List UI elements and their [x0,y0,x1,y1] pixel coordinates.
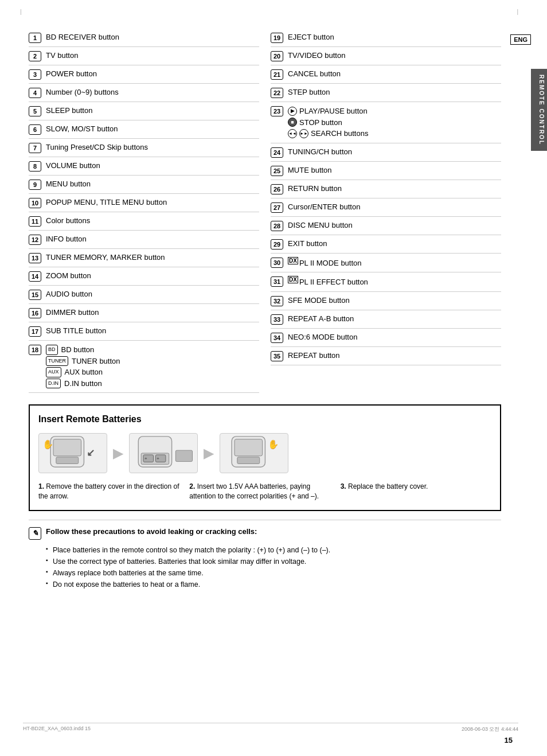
search-forward-icon: ►► [299,129,308,138]
badge: TUNER [46,356,68,367]
item-number: 2 [29,51,41,61]
list-item: 6SLOW, MO/ST button [29,120,259,139]
step2-text: 2. Insert two 1.5V AAA batteries, paying… [189,482,340,501]
item-description: DXPL II EFFECT button [288,276,368,288]
item-number: 16 [29,308,41,318]
item-number: 15 [29,290,41,300]
item-number: 14 [29,271,41,282]
item-number: 12 [29,235,41,245]
item-number: 34 [271,333,283,343]
item-description: ▶PLAY/PAUSE button■STOP button◄◄►►SEARCH… [288,106,368,139]
item-number: 24 [271,147,283,158]
item-description: INFO button [46,234,87,244]
note-bullet: Do not expose the batteries to heat or a… [46,579,501,590]
item-description: BD RECEIVER button [46,32,119,42]
list-item: 3POWER button [29,65,259,84]
item-description: EJECT button [288,32,334,42]
list-item: 28DISC MENU button [271,217,501,235]
batteries-title: Insert Remote Batteries [38,414,491,424]
list-item: 19EJECT button [271,29,501,47]
list-item: 26RETURN button [271,180,501,198]
play-icon: ▶ [288,107,297,116]
item-number: 33 [271,314,283,325]
note-bullet: Use the correct type of batteries. Batte… [46,556,501,567]
item-description: POWER button [46,69,97,79]
sub-line-text: BD button [61,344,95,356]
page-number: 15 [505,736,513,745]
item-number: 32 [271,296,283,306]
sub-line-text: TUNER button [72,356,120,367]
step3-text: 3. Replace the battery cover. [341,482,491,501]
step3-num: 3. [341,482,346,490]
item-number: 35 [271,351,283,361]
list-item: 32SFE MODE button [271,292,501,310]
list-item: 11Color buttons [29,212,259,231]
list-item: 14ZOOM button [29,267,259,286]
list-item: 35REPEAT button [271,347,501,365]
sub-line-text: AUX button [65,367,103,378]
item-number: 21 [271,69,283,80]
list-item: 25MUTE button [271,162,501,180]
step1-desc: Remove the battery cover in the directio… [38,482,179,500]
item-description: SFE MODE button [288,295,350,306]
item-description: SUB TITLE button [46,326,106,336]
item-number: 25 [271,166,283,176]
list-item: 2TV button [29,47,259,65]
batteries-box: Insert Remote Batteries ↙ ✋ ▶ [29,404,501,511]
step1-num: 1. [38,482,44,490]
item-description: Cursor/ENTER button [288,202,360,212]
svg-rect-14 [237,457,260,464]
item-description: REPEAT A-B button [288,314,354,324]
note-bullets: Place batteries in the remote control so… [46,544,501,590]
footer-right: 2008-06-03 오전 4:44:44 [462,726,518,733]
side-tab: REMOTE CONTROL [531,69,547,151]
battery-img-1: ↙ ✋ [38,433,107,473]
sub-line: ◄◄►►SEARCH buttons [288,128,368,139]
list-item: 12INFO button [29,231,259,249]
list-item: 15AUDIO button [29,286,259,304]
item-number: 20 [271,51,283,61]
list-item: 1BD RECEIVER button [29,29,259,47]
list-item: 23▶PLAY/PAUSE button■STOP button◄◄►►SEAR… [271,102,501,143]
item-number: 4 [29,88,41,98]
footer: HT-BD2E_XAA_0603.indd 15 2008-06-03 오전 4… [23,723,518,733]
arrow-1: ▶ [113,445,123,461]
item-number: 3 [29,69,41,80]
item-description: SLOW, MO/ST button [46,124,118,134]
item-description: DIMMER button [46,307,99,318]
item-description: TV/VIDEO button [288,50,345,61]
list-item: 20TV/VIDEO button [271,47,501,65]
batteries-steps: ↙ ✋ ▶ + + [38,433,491,473]
item-number: 31 [271,276,283,287]
item-number: 10 [29,198,41,208]
item-description: ZOOM button [46,271,91,281]
badge: D.IN [46,379,61,389]
item-number: 19 [271,33,283,43]
item-description: AUDIO button [46,289,92,299]
list-item: 33REPEAT A-B button [271,310,501,329]
step2-desc: Insert two 1.5V AAA batteries, paying at… [189,482,319,500]
battery-img-2: + + [129,433,198,473]
item-number: 29 [271,239,283,250]
list-item: 7Tuning Preset/CD Skip buttons [29,139,259,157]
main-content: 1BD RECEIVER button2TV button3POWER butt… [29,29,524,393]
item-description: TV button [46,50,78,61]
sub-line: AUXAUX button [46,367,120,378]
item-description: RETURN button [288,184,342,194]
list-item: 34NEO:6 MODE button [271,329,501,347]
svg-rect-13 [235,439,263,456]
list-item: 10POPUP MENU, TITLE MENU button [29,194,259,212]
item-description: Number (0~9) buttons [46,87,119,98]
item-description: SLEEP button [46,106,92,116]
item-number: 17 [29,326,41,337]
note-icon: ✎ [29,527,41,540]
stop-icon: ■ [288,118,297,127]
item-number: 9 [29,180,41,190]
item-number: 5 [29,106,41,116]
item-description: DISC MENU button [288,220,353,231]
corner-mark-right: | [517,9,518,15]
note-header: ✎ Follow these precautions to avoid leak… [29,527,501,540]
badge: BD [46,345,58,355]
note-section: ✎ Follow these precautions to avoid leak… [29,520,501,590]
item-number: 18 [29,345,41,355]
